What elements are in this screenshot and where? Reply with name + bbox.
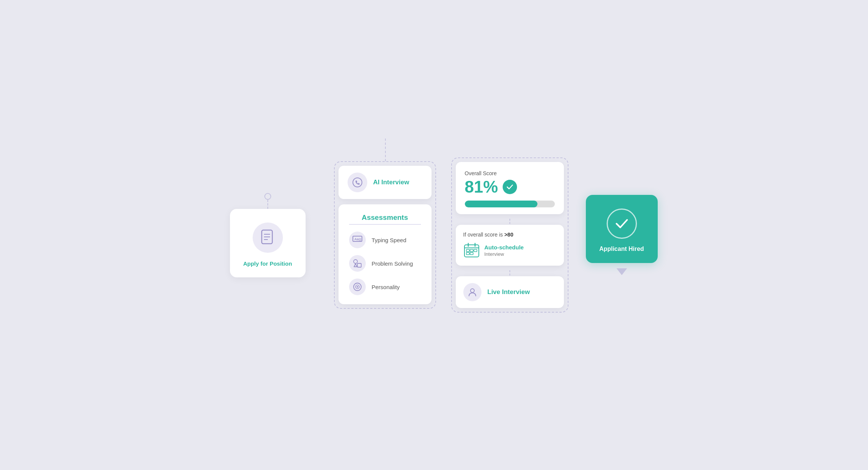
score-check-icon xyxy=(503,180,517,194)
ai-interview-label: AI Interview xyxy=(373,179,409,186)
personality-icon xyxy=(352,282,362,292)
svg-point-4 xyxy=(353,178,362,187)
score-dashed-box: Overall Score 81% xyxy=(451,157,568,313)
hired-icon-circle xyxy=(607,209,637,239)
svg-rect-8 xyxy=(359,238,361,242)
typing-icon-circle: Aa xyxy=(349,232,366,248)
typing-icon: Aa xyxy=(352,236,362,244)
overall-score-card: Overall Score 81% xyxy=(456,162,564,214)
svg-rect-19 xyxy=(466,249,469,252)
assessments-dashed-box: AI Interview Assessments Aa xyxy=(334,161,436,309)
svg-rect-20 xyxy=(470,249,473,252)
svg-point-9 xyxy=(354,260,357,263)
assessment-item-personality: Personality xyxy=(349,279,421,295)
svg-text:Aa: Aa xyxy=(354,237,359,241)
calendar-icon xyxy=(463,242,480,259)
calendar-svg xyxy=(463,242,480,259)
score-value-row: 81% xyxy=(465,179,555,195)
typing-speed-label: Typing Speed xyxy=(372,237,407,243)
assessment-item-problem: Problem Solving xyxy=(349,255,421,272)
svg-point-14 xyxy=(357,286,358,288)
live-interview-icon xyxy=(467,287,478,297)
score-number: 81% xyxy=(465,179,498,195)
problem-icon-circle xyxy=(349,255,366,272)
document-icon xyxy=(260,229,275,246)
personality-label: Personality xyxy=(372,284,400,290)
checkmark-icon xyxy=(506,183,514,191)
apply-icon-circle xyxy=(253,223,283,253)
live-interview-icon-circle xyxy=(463,283,481,301)
condition-text: If overall score is >80 xyxy=(463,232,556,238)
main-container: Apply for Position AI Interview xyxy=(226,157,642,313)
assessments-divider xyxy=(349,224,421,225)
connector-node xyxy=(264,193,271,200)
apply-label: Apply for Position xyxy=(243,260,292,267)
action-title: Auto-schedule xyxy=(484,244,524,251)
condition-threshold: >80 xyxy=(504,232,513,238)
top-connector-line xyxy=(385,139,386,161)
live-interview-label: Live Interview xyxy=(488,288,530,296)
triangle-down-icon xyxy=(616,268,627,275)
problem-solving-label: Problem Solving xyxy=(372,260,413,267)
ai-phone-icon xyxy=(352,177,363,188)
svg-point-24 xyxy=(470,289,474,293)
hired-checkmark-icon xyxy=(613,215,631,233)
svg-rect-21 xyxy=(474,249,477,252)
hired-card: Applicant Hired xyxy=(586,195,658,263)
assessments-title: Assessments xyxy=(349,213,421,222)
col-assessments: AI Interview Assessments Aa xyxy=(332,161,438,309)
col-score: Overall Score 81% xyxy=(449,157,570,313)
ai-interview-icon-circle xyxy=(348,173,367,192)
col-apply: Apply for Position xyxy=(226,193,309,277)
progress-bar-bg xyxy=(465,201,555,207)
condition-action: Auto-schedule Interview xyxy=(463,242,556,259)
svg-marker-11 xyxy=(354,264,357,267)
svg-rect-10 xyxy=(357,263,361,267)
personality-icon-circle xyxy=(349,279,366,295)
assessment-item-typing: Aa Typing Speed xyxy=(349,232,421,248)
col-hired: Applicant Hired xyxy=(584,195,660,275)
score-label: Overall Score xyxy=(465,170,555,176)
hired-label: Applicant Hired xyxy=(599,246,644,252)
v-connector-1 xyxy=(456,219,564,224)
svg-rect-22 xyxy=(466,252,469,255)
assessments-card: Assessments Aa Typing Speed xyxy=(339,204,432,304)
svg-rect-23 xyxy=(470,252,473,255)
live-interview-card: Live Interview xyxy=(456,276,564,308)
condition-action-text: Auto-schedule Interview xyxy=(484,244,524,257)
progress-bar-fill xyxy=(465,201,538,207)
apply-card: Apply for Position xyxy=(230,209,306,277)
v-connector-2 xyxy=(456,270,564,275)
ai-interview-card: AI Interview xyxy=(339,166,432,199)
problem-solving-icon xyxy=(352,258,362,268)
action-sub: Interview xyxy=(484,251,504,257)
condition-card: If overall score is >80 xyxy=(456,225,564,266)
